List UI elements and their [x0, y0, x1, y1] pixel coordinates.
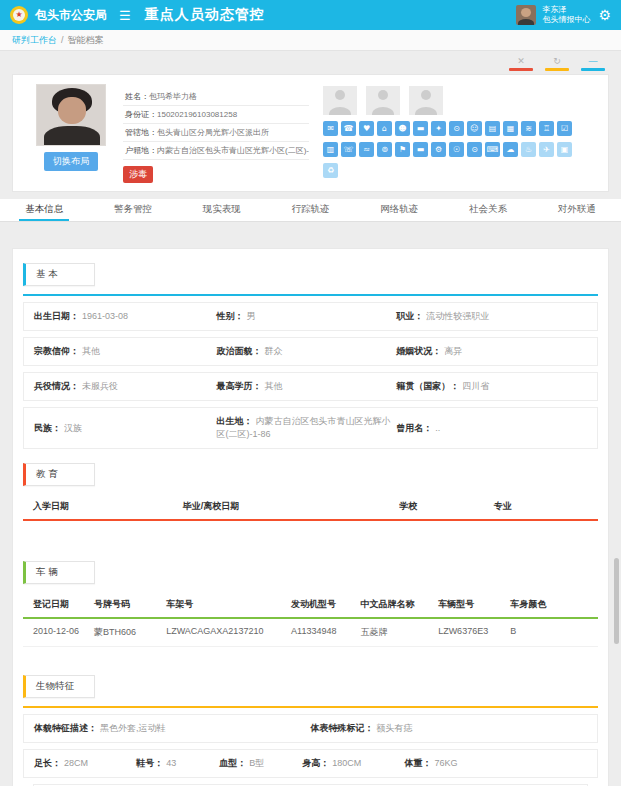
photo-placeholder: [323, 86, 357, 115]
bus-icon[interactable]: ▣: [557, 142, 572, 157]
more-icon[interactable]: —: [581, 56, 605, 71]
profile-actions: ✉ ☎ ♥ ⌂ ☻ ▬ ✦ ⊙ ☺ ▤ ▦ ≋ ♖ ☑ ▥ ☏ ≈ ⊚ ⚑ ▬ …: [309, 84, 600, 183]
document-icon[interactable]: ▤: [485, 121, 500, 136]
section-title-vehicle: 车 辆: [23, 561, 95, 584]
tab-network-track[interactable]: 网络轨迹: [355, 199, 444, 221]
breadcrumb-current: 智能档案: [68, 34, 104, 47]
basic-row: 民族：汉族 出生地：内蒙古自治区包头市青山区光辉小区(二区)-1-86 曾用名：…: [23, 407, 598, 449]
tab-social-relations[interactable]: 社会关系: [444, 199, 533, 221]
tab-police-control[interactable]: 警务管控: [89, 199, 178, 221]
trash-icon[interactable]: ♻: [323, 163, 338, 178]
profile-fields: 姓名：包玛希毕力格 身份证：150202196103081258 管辖地：包头青…: [123, 84, 309, 183]
section-title-biometric: 生物特征: [23, 675, 95, 698]
gear-icon[interactable]: ⚙: [431, 142, 446, 157]
app-header: ★ 包头市公安局 ☰ 重点人员动态管控 李东泽 包头情报中心 ⚙: [0, 0, 621, 30]
keyboard-icon[interactable]: ⌨: [485, 142, 500, 157]
basic-row: 出生日期：1961-03-08 性别：男 职业：流动性较强职业: [23, 302, 598, 331]
breadcrumb: 研判工作台 / 智能档案: [0, 30, 621, 51]
section-title-basic: 基 本: [23, 263, 95, 286]
basic-row: 兵役情况：未服兵役 最高学历：其他 籍贯（国家）：四川省: [23, 372, 598, 401]
icon-row-1: ✉ ☎ ♥ ⌂ ☻ ▬ ✦ ⊙ ☺ ▤ ▦ ≋ ♖ ☑: [323, 121, 598, 136]
signal-icon[interactable]: ≈: [359, 142, 374, 157]
mobile-phone-icon[interactable]: ☎: [341, 121, 356, 136]
switch-layout-button[interactable]: 切换布局: [44, 152, 98, 171]
group-icon[interactable]: ☻: [395, 121, 410, 136]
education-empty-body: [13, 521, 608, 547]
user-org: 包头情报中心: [542, 15, 590, 25]
card-controls: ✕ ↻ —: [16, 56, 605, 71]
user-avatar[interactable]: [516, 5, 536, 25]
vehicle-table-header: 登记日期号牌号码 车架号发动机型号 中文品牌名称车辆型号 车身颜色: [23, 590, 598, 619]
education-table-header: 入学日期毕业/离校日期 学校专业: [23, 492, 598, 521]
heart-icon[interactable]: ♥: [359, 121, 374, 136]
taxi-icon[interactable]: ⊚: [377, 142, 392, 157]
breadcrumb-separator: /: [61, 35, 64, 45]
check-square-icon[interactable]: ☑: [557, 121, 572, 136]
icon-row-3: ♻: [323, 163, 598, 178]
user-name: 李东泽: [542, 5, 590, 15]
basic-info-panel: 基 本 出生日期：1961-03-08 性别：男 职业：流动性较强职业 宗教信仰…: [12, 248, 609, 786]
field-household-address: 户籍地：内蒙古自治区包头市青山区光辉小区(二区)-1-86: [123, 142, 309, 160]
photo-placeholder: [409, 86, 443, 115]
expand-icon[interactable]: ✕: [509, 56, 533, 71]
chat-icon[interactable]: ✉: [323, 121, 338, 136]
user-circle-icon[interactable]: ☉: [449, 142, 464, 157]
profile-photo: [36, 84, 106, 146]
scrollbar[interactable]: [614, 558, 619, 644]
section-title-education: 教 育: [23, 463, 95, 486]
biometric-row: 体貌特征描述：黑色外套,运动鞋 体表特殊标记：额头有痣: [23, 714, 598, 743]
photo-placeholders: [323, 86, 598, 115]
car2-icon[interactable]: ⊙: [467, 142, 482, 157]
drug-related-badge: 涉毒: [123, 166, 153, 183]
vehicle-table-row: 2010-12-06蒙BTH606 LZWACAGAXA2137210A1133…: [23, 619, 598, 647]
field-jurisdiction: 管辖地：包头青山区分局光辉小区派出所: [123, 124, 309, 142]
user-icon[interactable]: ☺: [467, 121, 482, 136]
field-id-number: 身份证：150202196103081258: [123, 106, 309, 124]
home-icon[interactable]: ⌂: [377, 121, 392, 136]
hamburger-menu-icon[interactable]: ☰: [119, 8, 131, 23]
biometric-accent-line: [23, 706, 598, 708]
refresh-icon[interactable]: ↻: [545, 56, 569, 71]
profile-card: 切换布局 姓名：包玛希毕力格 身份证：150202196103081258 管辖…: [12, 74, 609, 192]
basic-accent-line: [23, 294, 598, 296]
flask-icon[interactable]: ♨: [521, 142, 536, 157]
wifi-icon[interactable]: ≋: [521, 121, 536, 136]
tab-external-contact[interactable]: 对外联通: [532, 199, 621, 221]
car-icon[interactable]: ⊙: [449, 121, 464, 136]
cloud-icon[interactable]: ☁: [503, 142, 518, 157]
tab-basic-info[interactable]: 基本信息: [0, 199, 89, 221]
hotel-icon[interactable]: ▬: [413, 121, 428, 136]
page-title: 重点人员动态管控: [145, 6, 265, 24]
user-info[interactable]: 李东泽 包头情报中心: [542, 5, 590, 25]
image-icon[interactable]: ▦: [503, 121, 518, 136]
id-card-icon[interactable]: ▥: [323, 142, 338, 157]
breadcrumb-parent[interactable]: 研判工作台: [12, 34, 57, 47]
field-name: 姓名：包玛希毕力格: [123, 88, 309, 106]
tab-real-performance[interactable]: 现实表现: [177, 199, 266, 221]
tab-bar: 基本信息 警务管控 现实表现 行踪轨迹 网络轨迹 社会关系 对外联通: [0, 199, 621, 222]
settings-gear-icon[interactable]: ⚙: [598, 7, 611, 23]
biometric-row: 足长：28CM 鞋号：43 血型：B型 身高：180CM 体重：76KG: [23, 749, 598, 778]
icon-row-2: ▥ ☏ ≈ ⊚ ⚑ ▬ ⚙ ☉ ⊙ ⌨ ☁ ♨ ✈ ▣: [323, 142, 598, 157]
phone-icon[interactable]: ☏: [341, 142, 356, 157]
photo-placeholder: [366, 86, 400, 115]
tag-icon[interactable]: ⚑: [395, 142, 410, 157]
bank-icon[interactable]: ♖: [539, 121, 554, 136]
tab-movement-track[interactable]: 行踪轨迹: [266, 199, 355, 221]
education-icon[interactable]: ✦: [431, 121, 446, 136]
police-badge-icon: ★: [10, 6, 28, 24]
bed-icon[interactable]: ▬: [413, 142, 428, 157]
basic-row: 宗教信仰：其他 政治面貌：群众 婚姻状况：离异: [23, 337, 598, 366]
org-name: 包头市公安局: [35, 7, 107, 24]
plane-icon[interactable]: ✈: [539, 142, 554, 157]
